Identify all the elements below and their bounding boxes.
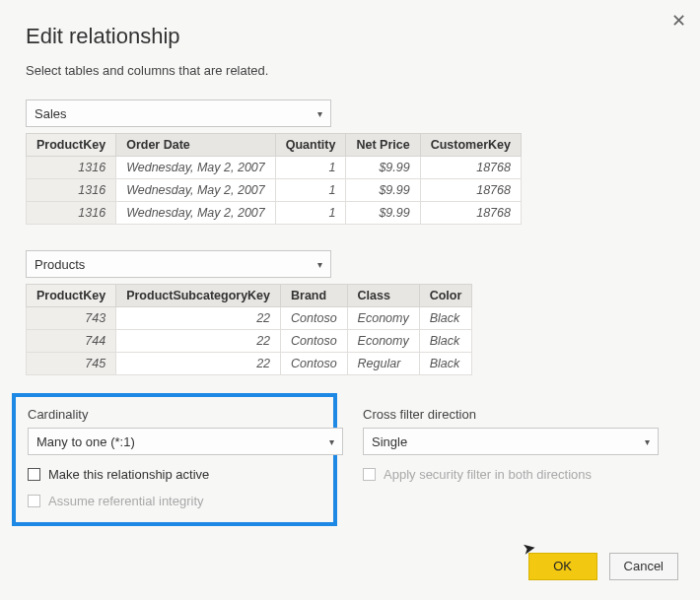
col-header[interactable]: ProductKey (27, 285, 116, 307)
col-header[interactable]: Color (419, 285, 472, 307)
chevron-down-icon: ▾ (317, 108, 322, 119)
chevron-down-icon: ▾ (317, 259, 322, 270)
ok-button[interactable]: OK (528, 553, 597, 580)
col-header[interactable]: ProductSubcategoryKey (116, 285, 281, 307)
col-header[interactable]: Order Date (116, 134, 276, 157)
apply-security-label: Apply security filter in both directions (384, 467, 592, 482)
crossfilter-label: Cross filter direction (363, 407, 674, 422)
chevron-down-icon: ▾ (645, 436, 650, 447)
table1-select[interactable]: Sales ▾ (26, 100, 331, 127)
col-header[interactable]: Class (347, 285, 419, 307)
cardinality-section-highlight: Cardinality Many to one (*:1) ▾ Make thi… (12, 393, 337, 526)
col-header[interactable]: ProductKey (27, 134, 116, 157)
checkbox-icon[interactable] (28, 468, 40, 481)
cardinality-label: Cardinality (28, 407, 321, 422)
table2-selected: Products (35, 257, 85, 272)
apply-security-checkbox-row: Apply security filter in both directions (363, 467, 674, 482)
table-row: 1316 Wednesday, May 2, 2007 1 $9.99 1876… (27, 202, 522, 225)
table-row: 1316 Wednesday, May 2, 2007 1 $9.99 1876… (27, 157, 522, 179)
cross-filter-section: Cross filter direction Single ▾ Apply se… (337, 393, 674, 526)
col-header[interactable]: Net Price (346, 134, 420, 157)
col-header[interactable]: Quantity (275, 134, 346, 157)
table2-preview: ProductKey ProductSubcategoryKey Brand C… (26, 284, 472, 375)
table-header-row: ProductKey ProductSubcategoryKey Brand C… (27, 285, 472, 307)
table-row: 745 22 Contoso Regular Black (27, 353, 472, 375)
table-header-row: ProductKey Order Date Quantity Net Price… (27, 134, 522, 157)
table-row: 744 22 Contoso Economy Black (27, 330, 472, 353)
col-header[interactable]: CustomerKey (420, 134, 521, 157)
make-active-label: Make this relationship active (48, 467, 209, 482)
assume-ref-label: Assume referential integrity (48, 494, 204, 508)
options-row: Cardinality Many to one (*:1) ▾ Make thi… (26, 393, 674, 526)
cardinality-value: Many to one (*:1) (36, 434, 135, 449)
chevron-down-icon: ▾ (329, 436, 334, 447)
col-header[interactable]: Brand (281, 285, 348, 307)
dialog-subtitle: Select tables and columns that are relat… (26, 63, 674, 78)
close-icon[interactable]: ✕ (671, 10, 686, 32)
table-row: 743 22 Contoso Economy Black (27, 307, 472, 330)
cardinality-select[interactable]: Many to one (*:1) ▾ (28, 428, 343, 455)
dialog-title: Edit relationship (26, 24, 674, 49)
table1-selected: Sales (35, 106, 67, 121)
checkbox-icon (363, 468, 376, 481)
cancel-button[interactable]: Cancel (609, 553, 678, 580)
table1-preview: ProductKey Order Date Quantity Net Price… (26, 133, 522, 225)
make-active-checkbox-row[interactable]: Make this relationship active (28, 467, 321, 482)
dialog-buttons: OK Cancel (528, 553, 678, 580)
crossfilter-value: Single (372, 434, 407, 449)
checkbox-icon (28, 495, 40, 507)
edit-relationship-dialog: ✕ Edit relationship Select tables and co… (0, 0, 700, 600)
table-row: 1316 Wednesday, May 2, 2007 1 $9.99 1876… (27, 179, 522, 202)
assume-ref-checkbox-row: Assume referential integrity (28, 494, 321, 508)
table2-select[interactable]: Products ▾ (26, 250, 331, 278)
crossfilter-select[interactable]: Single ▾ (363, 428, 659, 455)
